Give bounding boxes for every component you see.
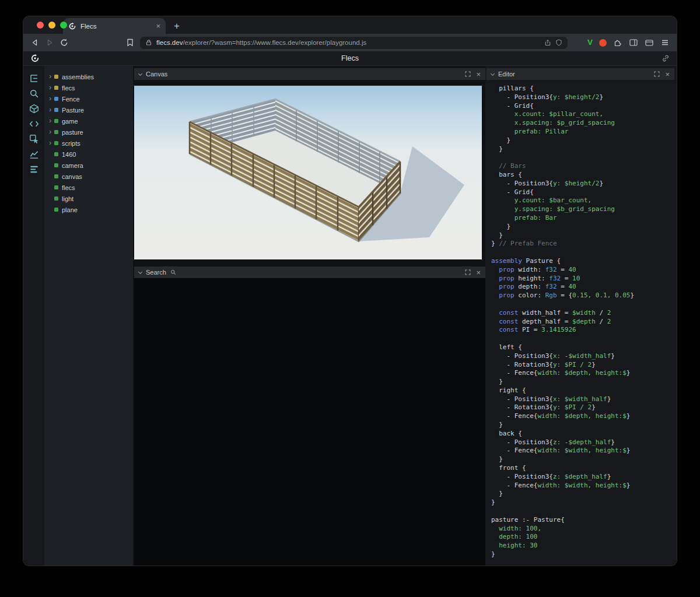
entity-tree: ›assemblies›flecs›Fence›Pasture›game›pas… bbox=[44, 66, 133, 566]
tree-item-label: canvas bbox=[62, 173, 82, 180]
entity-color-square bbox=[54, 97, 58, 101]
new-tab-button[interactable]: + bbox=[174, 21, 180, 31]
search-fullscreen-icon[interactable] bbox=[465, 269, 471, 275]
tab-title: Flecs bbox=[80, 23, 152, 30]
tree-item-camera[interactable]: camera bbox=[44, 160, 133, 171]
canvas-close-icon[interactable]: × bbox=[476, 71, 481, 78]
url-text: flecs.dev/explorer/?wasm=https://www.fle… bbox=[156, 39, 540, 46]
back-button[interactable] bbox=[30, 38, 40, 47]
entity-color-square bbox=[54, 119, 58, 123]
window-zoom-button[interactable] bbox=[60, 22, 67, 29]
browser-tab-flecs[interactable]: Flecs × bbox=[63, 18, 166, 34]
entities-cube-icon[interactable] bbox=[29, 104, 39, 114]
tree-item-label: camera bbox=[62, 162, 83, 169]
window-minimize-button[interactable] bbox=[48, 22, 55, 29]
search-close-icon[interactable]: × bbox=[476, 269, 481, 276]
menu-icon[interactable] bbox=[660, 38, 670, 47]
code-line: } bbox=[491, 455, 674, 464]
window-close-button[interactable] bbox=[37, 22, 44, 29]
entity-color-square bbox=[54, 208, 58, 212]
editor-panel: Editor × pillars { - Position3{y: $heigh… bbox=[485, 66, 677, 566]
url-bar[interactable]: flecs.dev/explorer/?wasm=https://www.fle… bbox=[140, 37, 568, 49]
brave-shield-icon[interactable] bbox=[555, 39, 562, 46]
entity-tree-icon[interactable] bbox=[29, 73, 39, 83]
expand-arrow-icon[interactable]: › bbox=[49, 73, 54, 80]
code-line: x.count: $pillar_count, bbox=[491, 110, 674, 119]
tree-item-scripts[interactable]: ›scripts bbox=[44, 138, 133, 149]
search-panel-actions: × bbox=[465, 269, 481, 276]
code-icon[interactable] bbox=[29, 119, 39, 129]
code-line: assembly Pasture { bbox=[491, 257, 674, 266]
canvas-fullscreen-icon[interactable] bbox=[465, 71, 471, 77]
red-extension-icon[interactable] bbox=[599, 39, 607, 47]
entity-color-square bbox=[54, 130, 58, 134]
tree-item-1460[interactable]: 1460 bbox=[44, 149, 133, 160]
tree-item-game[interactable]: ›game bbox=[44, 115, 133, 127]
expand-arrow-icon[interactable]: › bbox=[49, 84, 54, 92]
tree-item-assemblies[interactable]: ›assemblies bbox=[44, 71, 133, 82]
search-panel: Search × bbox=[134, 266, 485, 566]
bookmark-icon[interactable] bbox=[125, 38, 135, 47]
expand-arrow-icon[interactable]: › bbox=[49, 117, 54, 125]
code-line: - Grid{ bbox=[491, 102, 674, 111]
editor-collapse-chevron-icon[interactable] bbox=[491, 71, 495, 75]
code-line: left { bbox=[491, 343, 674, 352]
tree-item-Fence[interactable]: ›Fence bbox=[44, 93, 133, 104]
code-line: - Grid{ bbox=[491, 188, 674, 197]
tree-item-canvas[interactable]: canvas bbox=[44, 171, 133, 182]
inspector-icon[interactable] bbox=[29, 134, 39, 144]
tree-item-label: assemblies bbox=[62, 73, 94, 80]
v-extension-icon[interactable]: V bbox=[587, 38, 593, 47]
code-line: const depth_half = $depth / 2 bbox=[491, 318, 674, 326]
editor-fullscreen-icon[interactable] bbox=[654, 71, 660, 77]
editor-panel-actions: × bbox=[654, 71, 670, 78]
forward-button[interactable] bbox=[45, 38, 54, 47]
tree-item-plane[interactable]: plane bbox=[44, 204, 133, 215]
search-panel-header: Search × bbox=[134, 266, 485, 278]
canvas-collapse-chevron-icon[interactable] bbox=[138, 71, 142, 75]
wallet-icon[interactable] bbox=[645, 38, 654, 47]
share-icon[interactable] bbox=[544, 39, 551, 46]
code-line: } bbox=[491, 145, 674, 154]
expand-arrow-icon[interactable]: › bbox=[49, 139, 54, 147]
tree-item-flecs[interactable]: ›flecs bbox=[44, 82, 133, 93]
expand-arrow-icon[interactable]: › bbox=[49, 106, 54, 114]
search-icon[interactable] bbox=[29, 89, 39, 99]
code-line: depth: 100 bbox=[491, 533, 674, 542]
canvas-panel: Canvas × bbox=[134, 68, 485, 259]
tab-close-icon[interactable]: × bbox=[156, 22, 160, 30]
tree-item-label: light bbox=[62, 195, 74, 202]
stats-icon[interactable] bbox=[29, 164, 39, 174]
code-line: } bbox=[491, 490, 674, 498]
url-path: /explorer/?wasm=https://www.flecs.dev/ex… bbox=[183, 39, 366, 46]
app-body: ›assemblies›flecs›Fence›Pasture›game›pas… bbox=[23, 66, 677, 566]
side-panel-icon[interactable] bbox=[629, 38, 638, 47]
share-link-icon[interactable] bbox=[662, 54, 670, 62]
code-line: - Rotation3{y: $PI / 2} bbox=[491, 403, 674, 412]
code-line: - Fence{width: $depth, height:$} bbox=[491, 369, 674, 378]
tree-item-pasture[interactable]: ›pasture bbox=[44, 127, 133, 138]
entity-color-square bbox=[54, 108, 58, 112]
entity-color-square bbox=[54, 163, 58, 167]
code-line: right { bbox=[491, 387, 674, 395]
tree-item-flecs[interactable]: flecs bbox=[44, 182, 133, 193]
editor-close-icon[interactable]: × bbox=[665, 71, 670, 78]
extensions-area: V bbox=[587, 38, 670, 47]
canvas-3d-viewport[interactable] bbox=[134, 86, 482, 259]
code-line: // Bars bbox=[491, 162, 674, 171]
expand-arrow-icon[interactable]: › bbox=[49, 95, 54, 103]
code-line: prop height: f32 = 10 bbox=[491, 275, 674, 283]
chart-icon[interactable] bbox=[29, 149, 39, 159]
search-collapse-chevron-icon[interactable] bbox=[138, 269, 142, 273]
reload-button[interactable] bbox=[60, 38, 69, 47]
extensions-puzzle-icon[interactable] bbox=[613, 38, 622, 47]
flecs-favicon-icon bbox=[68, 22, 76, 30]
editor-code[interactable]: pillars { - Position3{y: $height/2} - Gr… bbox=[487, 80, 674, 566]
tree-item-light[interactable]: light bbox=[44, 193, 133, 204]
code-line bbox=[491, 507, 674, 516]
tree-item-label: Pasture bbox=[62, 107, 84, 114]
code-line: } bbox=[491, 378, 674, 387]
expand-arrow-icon[interactable]: › bbox=[49, 128, 54, 136]
tree-item-Pasture[interactable]: ›Pasture bbox=[44, 104, 133, 115]
code-line: back { bbox=[491, 430, 674, 438]
